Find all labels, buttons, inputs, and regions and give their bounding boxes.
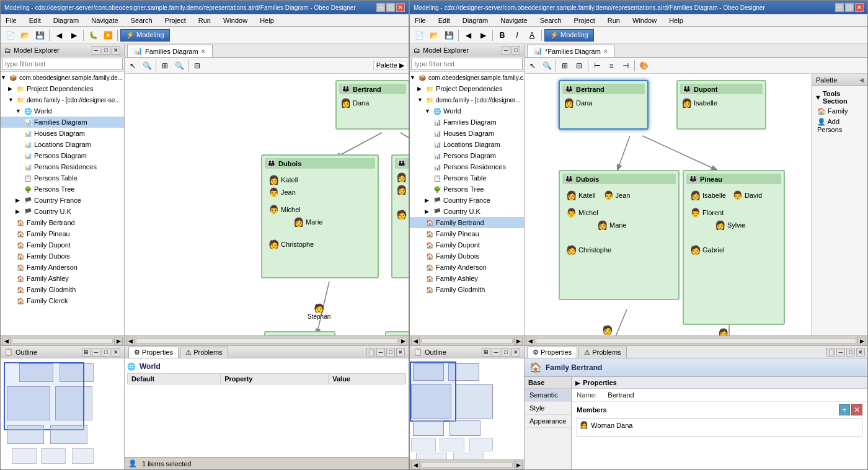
left-props-ctrl1[interactable]: 📋 xyxy=(366,348,375,357)
tree-item-world[interactable]: ▼ 🌐 World xyxy=(1,105,124,117)
left-explorer-minimize[interactable]: ─ xyxy=(92,46,100,55)
palette-section-tools[interactable]: ▼ Tools Section xyxy=(815,89,865,106)
left-palette-toggle[interactable]: Palette ▶ xyxy=(373,61,407,70)
menu-diagram[interactable]: Diagram xyxy=(51,16,82,25)
right-tree-item-houses[interactable]: 📊 Houses Diagram xyxy=(410,128,524,139)
right-tree-item-family-bertrand[interactable]: 🏠 Family Bertrand xyxy=(410,217,524,228)
right-toolbar-italic[interactable]: I xyxy=(510,29,524,42)
right-tree-item-family-ashley[interactable]: 🏠 Family Ashley xyxy=(410,273,524,284)
right-tree-item-family-dubois[interactable]: 🏠 Family Dubois xyxy=(410,251,524,262)
right-toolbar-save[interactable]: 💾 xyxy=(442,29,456,42)
right-tree-item-family-pineau[interactable]: 🏠 Family Pineau xyxy=(410,228,524,239)
tree-item-family-pineau[interactable]: 🏠 Family Pineau xyxy=(1,228,124,239)
tree-item-demo[interactable]: ▼ 📁 demo.family - [cdo://designer-se... xyxy=(1,94,124,105)
menu-navigate[interactable]: Navigate xyxy=(89,16,120,25)
right-diagram-tab-families[interactable]: 📊 *Families Diagram ✕ xyxy=(527,45,615,57)
right-person-david[interactable]: 👨 David xyxy=(731,189,763,202)
right-person-marie[interactable]: 👩 Marie xyxy=(596,219,673,231)
left-close-button[interactable]: ✕ xyxy=(396,3,405,12)
diag-tb-zoom-in[interactable]: 🔍 xyxy=(140,59,154,73)
toolbar-debug[interactable]: 🐛 xyxy=(86,29,100,42)
right-explorer-scroll-left[interactable]: ◀ xyxy=(411,337,420,345)
left-outline-close[interactable]: ✕ xyxy=(112,348,120,357)
left-explorer-scroll-right[interactable]: ▶ xyxy=(114,337,123,345)
left-tree-view[interactable]: ▼ 📦 com.obeodesigner.sample.family.de...… xyxy=(1,72,124,335)
family-node-dubois[interactable]: 👪 Dubois 👩 Katell xyxy=(261,154,379,278)
right-member-item-dana[interactable]: 👩 Woman Dana xyxy=(578,420,861,430)
toolbar-run[interactable]: ▶️ xyxy=(101,29,115,42)
right-tab-close[interactable]: ✕ xyxy=(603,48,608,55)
right-diag-tb-layout[interactable]: ⊟ xyxy=(572,59,586,73)
tree-item-family-dubois[interactable]: 🏠 Family Dubois xyxy=(1,251,124,262)
right-menu-window[interactable]: Window xyxy=(630,16,659,25)
tree-item-country-uk[interactable]: ▶ 🏴 Country U.K xyxy=(1,206,124,217)
menu-file[interactable]: File xyxy=(3,16,19,25)
left-tab-close[interactable]: ✕ xyxy=(201,48,206,55)
right-menu-navigate[interactable]: Navigate xyxy=(498,16,529,25)
right-tree-item-demo[interactable]: ▼ 📁 demo.family - [cdo://designer... xyxy=(410,94,524,105)
tree-item-family-clerck[interactable]: 🏠 Family Clerck xyxy=(1,295,124,306)
person-marie[interactable]: 👩 Marie xyxy=(292,216,373,228)
right-props-member-del-btn[interactable]: ✕ xyxy=(851,404,862,415)
right-canvas-scroll-right[interactable]: ▶ xyxy=(857,337,866,345)
right-outline-scroll-right[interactable]: ▶ xyxy=(514,461,523,469)
right-canvas-scroll-left[interactable]: ◀ xyxy=(526,337,534,345)
tree-item-families-diagram[interactable]: 📊 Families Diagram xyxy=(1,117,124,128)
right-menu-diagram[interactable]: Diagram xyxy=(460,16,491,25)
right-close-button[interactable]: ✕ xyxy=(855,3,864,12)
left-problems-tab[interactable]: ⚠ Problems xyxy=(180,347,228,358)
toolbar-modeling[interactable]: ⚡ Modeling xyxy=(120,29,170,42)
menu-project[interactable]: Project xyxy=(162,16,188,25)
tree-item-family-ashley[interactable]: 🏠 Family Ashley xyxy=(1,273,124,284)
right-person-kristelle-node[interactable]: 👩 Kristelle xyxy=(712,328,735,335)
tree-item-houses-diagram[interactable]: 📊 Houses Diagram xyxy=(1,128,124,139)
toolbar-open[interactable]: 📂 xyxy=(18,29,32,42)
right-tree-item-country-uk[interactable]: ▶ 🏴 Country U.K xyxy=(410,206,524,217)
right-minimize-button[interactable]: ─ xyxy=(835,3,844,12)
right-tree-item-proj[interactable]: ▶ 📁 Project Dependencies xyxy=(410,83,524,94)
left-filter-input[interactable] xyxy=(2,58,123,70)
left-explorer-close[interactable]: ✕ xyxy=(112,46,120,55)
toolbar-save[interactable]: 💾 xyxy=(33,29,46,42)
right-tree-item-world[interactable]: ▼ 🌐 World xyxy=(410,105,524,117)
right-tree-item-persons-table[interactable]: 📋 Persons Table xyxy=(410,172,524,184)
right-props-member-add-btn[interactable]: + xyxy=(839,404,850,415)
right-diag-tb-align-center[interactable]: ≡ xyxy=(604,59,618,73)
right-person-jean[interactable]: 👨 Jean xyxy=(602,189,632,202)
person-isabelle-pi[interactable]: 👩 Isabelle xyxy=(395,171,409,184)
right-diag-tb-color[interactable]: 🎨 xyxy=(637,59,650,73)
person-dana[interactable]: 👩 Dana xyxy=(339,97,406,109)
left-explorer-scroll-left[interactable]: ◀ xyxy=(2,337,11,345)
right-props-ctrl-max[interactable]: □ xyxy=(846,348,855,357)
right-person-gabriel[interactable]: 🧑 Gabriel xyxy=(689,244,779,256)
right-family-node-dubois[interactable]: 👪 Dubois 👩 Katell xyxy=(559,170,680,300)
toolbar-forward[interactable]: ▶ xyxy=(67,29,81,42)
right-person-sylvie[interactable]: 👩 Sylvie xyxy=(714,219,779,231)
person-jean[interactable]: 👨 Jean xyxy=(267,186,299,198)
right-tree-item-fam-diag[interactable]: 📊 Families Diagram xyxy=(410,117,524,128)
diag-tb-layers[interactable]: ⊟ xyxy=(190,59,204,73)
right-diag-tb-fit[interactable]: ⊞ xyxy=(558,59,572,73)
right-diag-tb-zoom[interactable]: 🔍 xyxy=(540,59,554,73)
diag-tb-fit[interactable]: ⊞ xyxy=(158,59,172,73)
tree-item-family-bertrand[interactable]: 🏠 Family Bertrand xyxy=(1,217,124,228)
person-christophe[interactable]: 🧑 Christophe xyxy=(267,238,373,251)
tree-item-persons-res[interactable]: 📊 Persons Residences xyxy=(1,161,124,172)
right-props-close[interactable]: ✕ xyxy=(856,348,865,357)
left-canvas[interactable]: 👪 Bertrand 👩 Dana 👪 xyxy=(125,74,409,335)
right-toolbar-open[interactable]: 📂 xyxy=(427,29,441,42)
tree-item-family-glodmith[interactable]: 🏠 Family Glodmith xyxy=(1,284,124,295)
palette-item-add-persons[interactable]: 👤 Add Persons xyxy=(815,117,865,135)
family-node-addams[interactable]: 👪 Addams 👨 Didier 👩 Vir... xyxy=(264,331,335,335)
menu-search[interactable]: Search xyxy=(128,16,155,25)
left-props-ctrl3[interactable]: □ xyxy=(386,348,395,357)
tree-item-persons-tree[interactable]: 🌳 Persons Tree xyxy=(1,184,124,195)
right-toolbar-back[interactable]: ◀ xyxy=(461,29,475,42)
family-node-bertrand[interactable]: 👪 Bertrand 👩 Dana xyxy=(335,80,409,130)
right-toolbar-new[interactable]: 📄 xyxy=(412,29,426,42)
right-person-isabelle[interactable]: 👩 Isabelle xyxy=(680,97,763,109)
person-ga[interactable]: 🧑 Ga... xyxy=(395,208,409,221)
right-tree-view[interactable]: ▼ 📦 com.obeodesigner.sample.family.c... … xyxy=(410,72,524,335)
right-tree-item-locations[interactable]: 📊 Locations Diagram xyxy=(410,139,524,150)
left-properties-tab[interactable]: ⚙ Properties xyxy=(128,347,179,358)
